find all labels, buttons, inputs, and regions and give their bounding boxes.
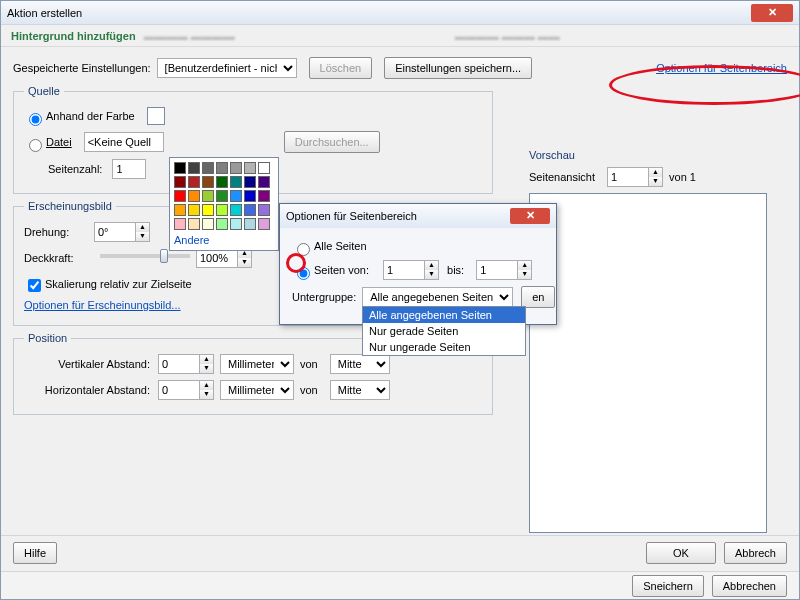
modal-partial-button[interactable]: en	[521, 286, 555, 308]
help-button[interactable]: Hilfe	[13, 542, 57, 564]
preview-canvas	[529, 193, 767, 533]
window-close-button[interactable]: ✕	[751, 4, 793, 22]
opacity-slider[interactable]	[100, 254, 190, 258]
color-swatch[interactable]	[258, 218, 270, 230]
subset-option-0[interactable]: Alle angegebenen Seiten	[363, 307, 525, 323]
from-label: von	[300, 358, 318, 370]
opacity-spinner[interactable]: ▲▼	[196, 248, 252, 268]
saved-settings-select[interactable]: [Benutzerdefiniert - nich	[157, 58, 297, 78]
slider-thumb[interactable]	[160, 249, 168, 263]
color-swatch[interactable]	[202, 190, 214, 202]
delete-button[interactable]: Löschen	[309, 57, 373, 79]
color-swatch[interactable]	[244, 190, 256, 202]
color-swatch[interactable]	[216, 218, 228, 230]
color-swatch[interactable]	[230, 190, 242, 202]
appearance-options-link[interactable]: Optionen für Erscheinungsbild...	[24, 299, 181, 311]
outer-cancel-button[interactable]: Abbrechen	[712, 575, 787, 597]
page-range-options-link[interactable]: Optionen für Seitenbereich	[656, 62, 787, 74]
color-swatch[interactable]	[174, 218, 186, 230]
saved-settings-row: Gespeicherte Einstellungen: [Benutzerdef…	[13, 57, 787, 79]
subset-select[interactable]: Alle angegebenen Seiten	[362, 287, 513, 307]
file-label: Datei	[46, 136, 72, 148]
color-swatch[interactable]	[230, 204, 242, 216]
file-path-input[interactable]	[84, 132, 164, 152]
color-swatch[interactable]	[174, 204, 186, 216]
subset-dropdown-list: Alle angegebenen Seiten Nur gerade Seite…	[362, 306, 526, 356]
color-swatch[interactable]	[244, 218, 256, 230]
down-arrow-icon[interactable]: ▼	[238, 258, 251, 267]
vertical-unit-select[interactable]: Millimeter	[220, 354, 294, 374]
color-swatch[interactable]	[230, 218, 242, 230]
horizontal-unit-select[interactable]: Millimeter	[220, 380, 294, 400]
all-pages-radio[interactable]	[297, 243, 310, 256]
page-view-spinner[interactable]: ▲▼	[607, 167, 663, 187]
color-swatch[interactable]	[258, 176, 270, 188]
color-swatch[interactable]	[244, 204, 256, 216]
color-swatch[interactable]	[174, 190, 186, 202]
pages-from-radio[interactable]	[297, 267, 310, 280]
up-arrow-icon[interactable]: ▲	[136, 223, 149, 232]
color-swatch[interactable]	[258, 204, 270, 216]
color-swatch[interactable]	[216, 204, 228, 216]
color-swatch[interactable]	[188, 204, 200, 216]
cancel-button[interactable]: Abbrech	[724, 542, 787, 564]
color-swatch[interactable]	[174, 162, 186, 174]
subset-option-2[interactable]: Nur ungerade Seiten	[363, 339, 525, 355]
pages-from-label: Seiten von:	[314, 264, 369, 276]
subheader-faded: ▬▬▬▬ ▬▬▬▬	[144, 30, 235, 42]
browse-button[interactable]: Durchsuchen...	[284, 131, 380, 153]
color-swatch[interactable]	[216, 190, 228, 202]
page-of-label: von 1	[669, 171, 696, 183]
by-color-label: Anhand der Farbe	[46, 110, 135, 122]
subheader: Hintergrund hinzufügen ▬▬▬▬ ▬▬▬▬ ▬▬▬▬ ▬▬…	[1, 25, 799, 47]
page-view-label: Seitenansicht	[529, 171, 595, 183]
color-swatch[interactable]	[202, 218, 214, 230]
from-spinner[interactable]: ▲▼	[383, 260, 439, 280]
ok-button[interactable]: OK	[646, 542, 716, 564]
page-count-input[interactable]	[112, 159, 146, 179]
page-range-modal: Optionen für Seitenbereich ✕ Alle Seiten…	[279, 203, 557, 325]
color-swatch[interactable]	[244, 162, 256, 174]
source-legend: Quelle	[24, 85, 64, 97]
horizontal-spinner[interactable]: ▲▼	[158, 380, 214, 400]
color-swatch[interactable]	[202, 176, 214, 188]
color-swatch[interactable]	[216, 162, 228, 174]
color-swatch[interactable]	[230, 176, 242, 188]
appearance-legend: Erscheinungsbild	[24, 200, 116, 212]
color-swatch[interactable]	[230, 162, 242, 174]
file-radio[interactable]	[29, 139, 42, 152]
rotation-spinner[interactable]: ▲▼	[94, 222, 150, 242]
color-swatch[interactable]	[258, 190, 270, 202]
color-swatch[interactable]	[202, 162, 214, 174]
opacity-label: Deckkraft:	[24, 252, 88, 264]
color-swatch[interactable]	[258, 162, 270, 174]
vertical-spinner[interactable]: ▲▼	[158, 354, 214, 374]
save-settings-button[interactable]: Einstellungen speichern...	[384, 57, 532, 79]
by-color-radio[interactable]	[29, 113, 42, 126]
saved-settings-label: Gespeicherte Einstellungen:	[13, 62, 151, 74]
subheader-faded-2: ▬▬▬▬ ▬▬▬ ▬▬	[455, 30, 560, 42]
outer-save-button[interactable]: Sneichern	[632, 575, 704, 597]
color-swatch[interactable]	[188, 218, 200, 230]
rotation-input[interactable]	[94, 222, 136, 242]
window-title: Aktion erstellen	[7, 7, 82, 19]
subset-option-1[interactable]: Nur gerade Seiten	[363, 323, 525, 339]
vertical-anchor-select[interactable]: Mitte	[330, 354, 390, 374]
color-swatch-button[interactable]	[147, 107, 165, 125]
horizontal-anchor-select[interactable]: Mitte	[330, 380, 390, 400]
preview-panel: Vorschau Seitenansicht ▲▼ von 1	[529, 149, 799, 533]
color-swatch[interactable]	[216, 176, 228, 188]
scale-checkbox[interactable]	[28, 279, 41, 292]
down-arrow-icon[interactable]: ▼	[136, 232, 149, 241]
color-swatch[interactable]	[174, 176, 186, 188]
more-colors-link[interactable]: Andere	[174, 234, 274, 246]
color-swatch[interactable]	[188, 162, 200, 174]
color-swatch[interactable]	[188, 190, 200, 202]
color-swatch[interactable]	[202, 204, 214, 216]
color-swatch[interactable]	[188, 176, 200, 188]
to-spinner[interactable]: ▲▼	[476, 260, 532, 280]
opacity-input[interactable]	[196, 248, 238, 268]
color-swatch[interactable]	[244, 176, 256, 188]
modal-close-button[interactable]: ✕	[510, 208, 550, 224]
outer-footer-bar: Sneichern Abbrechen	[1, 571, 799, 599]
